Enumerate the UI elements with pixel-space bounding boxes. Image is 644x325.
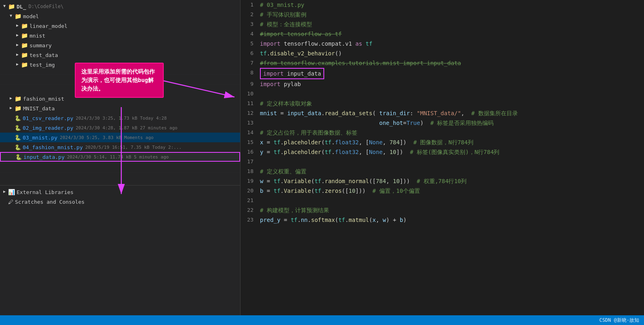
folder-label: fashion_mnist bbox=[23, 96, 64, 102]
annotation-text: 这里采用添加所需的代码包作为演示，也可使用其他bug解决办法。 bbox=[81, 68, 155, 92]
folder-icon: 📁 bbox=[8, 3, 15, 10]
code-line-6: 6 tf.disable_v2_behavior() bbox=[241, 49, 644, 58]
file-meta: 2024/3/30 5:25, 3.83 kB Moments ago bbox=[60, 135, 154, 140]
file-label: 03_mnist.py bbox=[23, 135, 57, 141]
code-line-21: 21 bbox=[241, 196, 644, 205]
tree-01-csv[interactable]: ▶ 🐍 01_csv_reader.py 2024/3/30 3:25, 1.7… bbox=[0, 113, 240, 123]
line-content bbox=[260, 196, 644, 205]
folder-icon: 📁 bbox=[21, 52, 28, 58]
code-line-1: 1 # 03_mnist.py bbox=[241, 0, 644, 10]
line-content: # 03_mnist.py bbox=[260, 0, 644, 10]
file-label: 04_fashion_mnist.py bbox=[23, 144, 83, 150]
tree-04-fashion[interactable]: ▶ 🐍 04_fashion_mnist.py 2020/5/19 16:51,… bbox=[0, 142, 240, 152]
line-content: # 定义样本读取对象 bbox=[260, 99, 644, 108]
tree-linear-model[interactable]: ▶ 📁 linear_model bbox=[0, 21, 240, 31]
line-content: tf.disable_v2_behavior() bbox=[260, 49, 644, 58]
python-file-icon: 🐍 bbox=[15, 135, 21, 141]
folder-label: mnist bbox=[30, 33, 45, 39]
line-content: # 定义权重、偏置 bbox=[260, 167, 644, 176]
chevron-down-icon: ▼ bbox=[2, 4, 7, 9]
tree-model[interactable]: ▼ 📁 model bbox=[0, 11, 240, 21]
blurred-content-2 bbox=[0, 162, 240, 182]
file-label: 02_img_reader.py bbox=[23, 125, 73, 131]
tree-summary[interactable]: ▶ 📁 summary bbox=[0, 40, 240, 50]
line-number: 15 bbox=[241, 137, 260, 147]
file-label: input_data.py bbox=[23, 154, 65, 160]
line-content bbox=[260, 89, 644, 99]
folder-icon: 📁 bbox=[21, 32, 28, 39]
line-number: 6 bbox=[241, 49, 260, 58]
code-line-22: 22 # 构建模型，计算预测结果 bbox=[241, 205, 644, 215]
folder-icon: 📁 bbox=[15, 95, 21, 102]
file-meta: 2024/3/30 4:28, 1.87 kB 27 minutes ago bbox=[76, 125, 177, 131]
chevron-right-icon: ▶ bbox=[15, 23, 20, 29]
tree-mnist-data[interactable]: ▶ 📁 MNIST_data bbox=[0, 103, 240, 113]
line-number: 22 bbox=[241, 205, 260, 215]
scratches-label: Scratches and Consoles bbox=[15, 199, 84, 205]
code-line-11: 11 # 定义样本读取对象 bbox=[241, 99, 644, 108]
python-file-icon: 🐍 bbox=[15, 144, 21, 150]
code-line-17: 17 bbox=[241, 157, 644, 167]
line-number: 13 bbox=[241, 118, 260, 128]
line-content: import tensorflow.compat.v1 as tf bbox=[260, 39, 644, 49]
line-number: 3 bbox=[241, 19, 260, 29]
folder-icon: 📁 bbox=[21, 42, 28, 49]
python-file-icon: 🐍 bbox=[15, 154, 22, 160]
file-label: 01_csv_reader.py bbox=[23, 115, 73, 121]
folder-label: MNIST_data bbox=[23, 106, 55, 112]
tree-mnist[interactable]: ▶ 📁 mnist bbox=[0, 31, 240, 40]
code-line-19: 19 w = tf.Variable(tf.random_normal([784… bbox=[241, 176, 644, 186]
folder-label: model bbox=[23, 13, 39, 19]
chevron-right-icon: ▶ bbox=[8, 106, 14, 111]
line-content: # 手写体识别案例 bbox=[260, 10, 644, 19]
folder-label: test_img bbox=[30, 62, 55, 68]
code-editor[interactable]: 1 # 03_mnist.py 2 # 手写体识别案例 3 # 模型：全连接模型… bbox=[241, 0, 644, 315]
line-content: # 构建模型，计算预测结果 bbox=[260, 205, 644, 215]
code-line-3: 3 # 模型：全连接模型 bbox=[241, 19, 644, 29]
folder-icon: 📁 bbox=[15, 13, 21, 19]
folder-icon: 📁 bbox=[15, 105, 21, 112]
line-number: 23 bbox=[241, 215, 260, 225]
line-content: b = tf.Variable(tf.zeros([10])) # 偏置，10个… bbox=[260, 186, 644, 196]
tree-02-img[interactable]: ▶ 🐍 02_img_reader.py 2024/3/30 4:28, 1.8… bbox=[0, 123, 240, 133]
line-number: 14 bbox=[241, 128, 260, 137]
code-line-5: 5 import tensorflow.compat.v1 as tf bbox=[241, 39, 644, 49]
tree-external-libs[interactable]: ▶ 📊 External Libraries bbox=[0, 187, 240, 197]
line-content: # 模型：全连接模型 bbox=[260, 19, 644, 29]
tree-scratches[interactable]: ▶ 🖊 Scratches and Consoles bbox=[0, 197, 240, 207]
line-content: mnist = input_data.read_data_sets( train… bbox=[260, 108, 644, 118]
line-content: pred_y = tf.nn.softmax(tf.matmul(x, w) +… bbox=[260, 215, 644, 225]
ext-libs-label: External Libraries bbox=[17, 189, 74, 195]
chart-icon: 📊 bbox=[8, 189, 15, 195]
code-line-15: 15 x = tf.placeholder(tf.float32, [None,… bbox=[241, 137, 644, 147]
code-line-7: 7 #from tensorflow.examples.tutorials.mn… bbox=[241, 58, 644, 68]
line-number: 10 bbox=[241, 89, 260, 99]
chevron-right-icon: ▶ bbox=[15, 42, 20, 48]
tree-input-data[interactable]: ▶ 🐍 input_data.py 2024/3/30 5:14, 11.74 … bbox=[0, 152, 240, 162]
chevron-down-icon: ▼ bbox=[8, 13, 14, 19]
code-line-23: 23 pred_y = tf.nn.softmax(tf.matmul(x, w… bbox=[241, 215, 644, 225]
folder-icon: 📁 bbox=[21, 23, 28, 29]
code-line-13: 13 one_hot=True) # 标签是否采用独热编码 bbox=[241, 118, 644, 128]
code-line-8: 8 import input_data bbox=[241, 68, 644, 79]
tree-03-mnist[interactable]: ▶ 🐍 03_mnist.py 2024/3/30 5:25, 3.83 kB … bbox=[0, 133, 240, 142]
line-number: 18 bbox=[241, 167, 260, 176]
attribution: CSDN @新晓·故知 bbox=[599, 317, 639, 324]
chevron-right-icon: ▶ bbox=[15, 52, 20, 58]
chevron-right-icon: ▶ bbox=[8, 96, 14, 101]
python-file-icon: 🐍 bbox=[15, 125, 21, 131]
code-line-18: 18 # 定义权重、偏置 bbox=[241, 167, 644, 176]
tree-test-data[interactable]: ▶ 📁 test_data bbox=[0, 50, 240, 60]
line-content: y = tf.placeholder(tf.float32, [None, 10… bbox=[260, 147, 644, 157]
line-number: 20 bbox=[241, 186, 260, 196]
line-number: 2 bbox=[241, 10, 260, 19]
tree-root[interactable]: ▼ 📁 DL_ D:\CodeFile\ bbox=[0, 2, 240, 11]
bottom-bar: CSDN @新晓·故知 bbox=[0, 315, 644, 325]
external-libraries-section: ▶ 📊 External Libraries ▶ 🖊 Scratches and… bbox=[0, 185, 240, 207]
line-number: 9 bbox=[241, 79, 260, 89]
code-line-9: 9 import pylab bbox=[241, 79, 644, 89]
file-meta: 2020/5/19 16:51, 7.35 kB Today 2:... bbox=[85, 145, 182, 150]
main-container: ▼ 📁 DL_ D:\CodeFile\ ▼ 📁 model ▶ 📁 linea… bbox=[0, 0, 644, 315]
line-number: 11 bbox=[241, 99, 260, 108]
annotation-box: 这里采用添加所需的代码包作为演示，也可使用其他bug解决办法。 bbox=[75, 63, 164, 98]
